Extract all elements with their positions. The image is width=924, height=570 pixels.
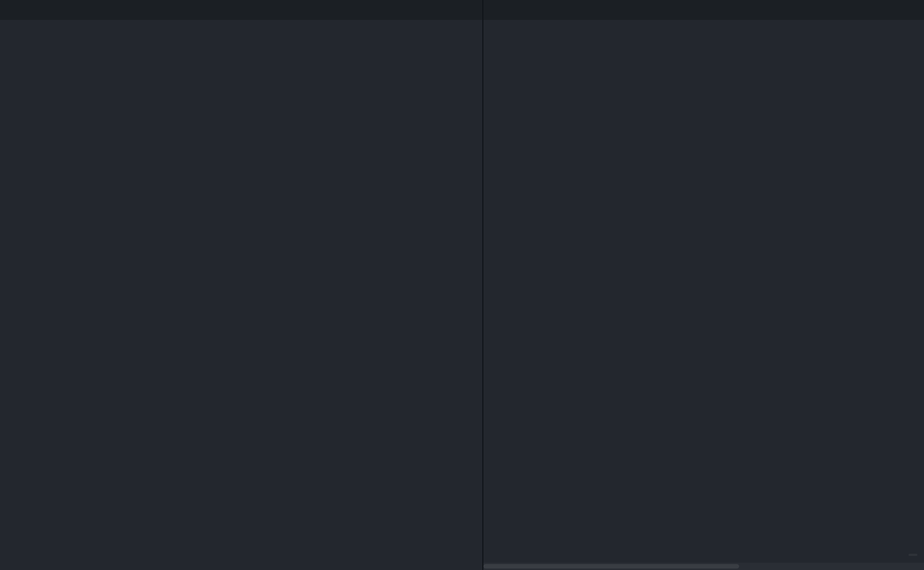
right-gutter [483,32,509,570]
left-breadcrumb [0,20,482,32]
right-minimap[interactable] [918,32,924,570]
right-editor-group [482,0,924,570]
right-breadcrumb [483,20,924,32]
left-tab-bar [0,0,482,20]
left-gutter [0,32,31,570]
csdn-watermark [909,554,917,556]
vscode-window [0,0,924,570]
right-editor [483,32,924,570]
right-tab-bar [483,0,924,20]
left-editor [0,32,482,570]
left-minimap[interactable] [434,32,482,570]
left-editor-group [0,0,482,570]
left-code[interactable] [31,32,482,570]
scrollbar-thumb[interactable] [483,564,739,568]
right-code[interactable] [509,32,924,570]
right-horizontal-scrollbar[interactable] [483,562,924,570]
